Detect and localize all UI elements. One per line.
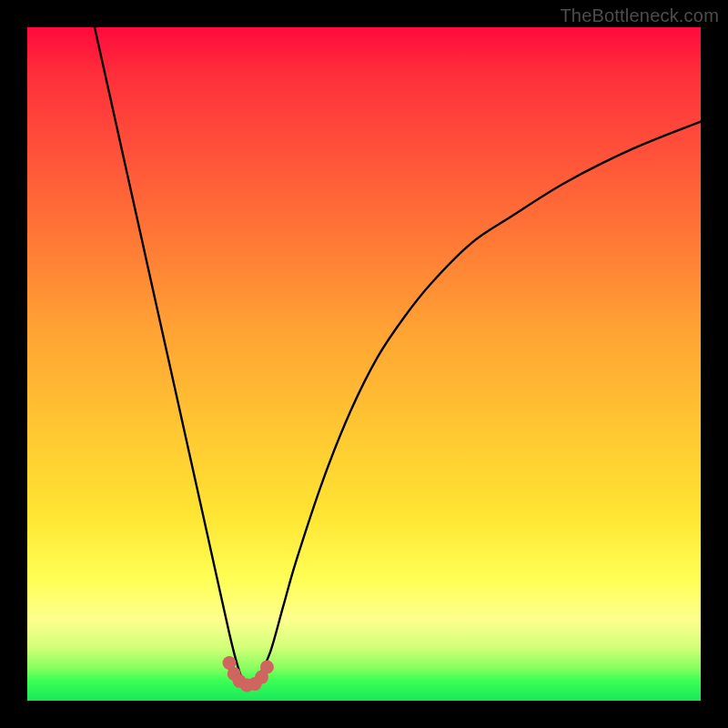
marker-dot — [260, 661, 274, 674]
bottleneck-curve — [95, 27, 701, 687]
bottom-u-markers — [223, 656, 274, 692]
curve-svg — [27, 27, 701, 701]
plot-area — [27, 27, 701, 701]
chart-frame: TheBottleneck.com — [0, 0, 728, 728]
watermark-text: TheBottleneck.com — [560, 5, 719, 26]
